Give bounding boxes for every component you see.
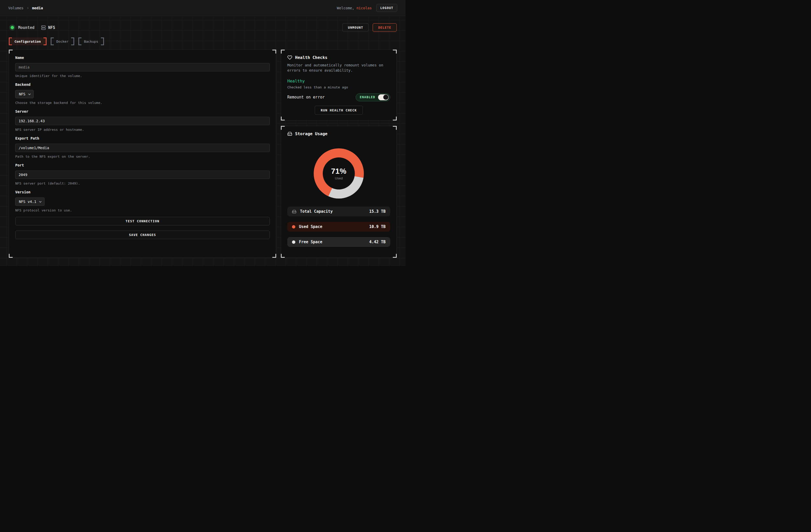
port-label: Port: [15, 163, 270, 167]
chevron-down-icon: [28, 93, 31, 95]
server-input[interactable]: [15, 117, 270, 125]
corner-bracket: [272, 50, 276, 53]
welcome-prefix: Welcome,: [337, 6, 354, 10]
heart-icon: [287, 55, 292, 60]
form-buttons: TEST CONNECTION SAVE CHANGES: [15, 217, 270, 239]
backend-select[interactable]: NFS: [15, 90, 34, 98]
right-column: Health Checks Monitor and automatically …: [281, 50, 397, 258]
tab-backups[interactable]: Backups: [78, 37, 104, 45]
status-row: Mounted NFS UNMOUNT DELETE: [9, 23, 397, 32]
donut-center-label: Used: [335, 176, 343, 180]
corner-bracket: [281, 116, 285, 121]
health-title: Health Checks: [295, 55, 327, 60]
donut-center: 71% Used: [323, 157, 355, 189]
mounted-status-dot: [11, 26, 14, 29]
name-label: Name: [15, 56, 270, 60]
export-path-input[interactable]: [15, 144, 270, 152]
name-input[interactable]: [15, 63, 270, 71]
export-path-field-group: Export Path Path to the NFS export on th…: [15, 136, 270, 158]
donut-wrap: 71% Used: [287, 148, 390, 199]
version-select-value: NFS v4.1: [19, 200, 36, 204]
corner-bracket: [393, 50, 397, 53]
health-checks-card: Health Checks Monitor and automatically …: [281, 50, 397, 121]
page-background: Mounted NFS UNMOUNT DELETE Configuration…: [0, 16, 406, 266]
hard-drive-icon: [292, 209, 296, 214]
breadcrumb-separator: ›: [27, 6, 29, 10]
mount-status-label: Mounted: [18, 25, 34, 30]
corner-bracket: [281, 254, 285, 258]
storage-title: Storage Usage: [295, 131, 327, 136]
name-help: Unique identifier for the volume.: [15, 74, 270, 78]
remount-on-error-label: Remount on error: [287, 95, 325, 99]
breadcrumb-current: media: [32, 6, 43, 10]
port-input[interactable]: [15, 171, 270, 179]
stat-value: 10.9 TB: [369, 224, 386, 229]
run-health-check-button[interactable]: RUN HEALTH CHECK: [315, 106, 363, 115]
toggle-knob: [383, 95, 388, 100]
toggle-switch[interactable]: [378, 94, 389, 100]
version-help: NFS protocol version to use.: [15, 208, 270, 212]
backend-select-value: NFS: [19, 92, 25, 96]
used-space-dot: [292, 225, 295, 229]
export-path-label: Export Path: [15, 136, 270, 140]
tab-configuration[interactable]: Configuration: [9, 37, 47, 45]
health-last-checked: Checked less than a minute ago: [287, 85, 390, 89]
save-changes-button[interactable]: SAVE CHANGES: [15, 231, 270, 239]
run-check-row: RUN HEALTH CHECK: [287, 106, 390, 115]
corner-bracket: [9, 50, 13, 53]
topbar: Volumes › media Welcome, nicolas LOGOUT: [0, 0, 406, 16]
backend-badge-label: NFS: [48, 25, 55, 30]
stat-value: 15.3 TB: [369, 209, 386, 214]
welcome-text: Welcome, nicolas: [337, 6, 372, 10]
server-field-group: Server NFS server IP address or hostname…: [15, 109, 270, 131]
logout-button[interactable]: LOGOUT: [376, 4, 397, 12]
server-label: Server: [15, 109, 270, 113]
corner-bracket: [393, 126, 397, 130]
server-icon: [41, 25, 46, 30]
health-description: Monitor and automatically remount volume…: [287, 63, 390, 73]
breadcrumb: Volumes › media: [8, 6, 43, 10]
storage-stats: Total Capacity 15.3 TB Used Space 10.9 T…: [287, 206, 390, 247]
backend-help: Choose the storage backend for this volu…: [15, 101, 270, 105]
stat-row-used-space: Used Space 10.9 TB: [287, 222, 390, 232]
delete-button[interactable]: DELETE: [373, 23, 397, 32]
stat-label: Free Space: [299, 240, 322, 244]
export-path-help: Path to the NFS export on the server.: [15, 155, 270, 158]
status-actions: UNMOUNT DELETE: [342, 23, 397, 32]
port-field-group: Port NFS server port (default: 2049).: [15, 163, 270, 185]
remount-row: Remount on error ENABLED: [287, 93, 390, 101]
tab-bar: Configuration Docker Backups: [9, 37, 397, 45]
stat-label: Total Capacity: [300, 209, 333, 214]
remount-toggle[interactable]: ENABLED: [356, 93, 390, 101]
corner-bracket: [9, 254, 13, 258]
tab-docker[interactable]: Docker: [51, 37, 74, 45]
hard-drive-icon: [287, 131, 292, 136]
version-select[interactable]: NFS v4.1: [15, 198, 45, 206]
usage-donut-chart: 71% Used: [314, 148, 364, 199]
stat-row-free-space: Free Space 4.42 TB: [287, 237, 390, 247]
storage-title-row: Storage Usage: [287, 131, 390, 136]
corner-bracket: [281, 50, 285, 53]
version-field-group: Version NFS v4.1 NFS protocol version to…: [15, 190, 270, 212]
storage-usage-card: Storage Usage 71% Used: [281, 126, 397, 258]
backend-badge: NFS: [41, 25, 55, 30]
backend-field-group: Backend NFS Choose the storage backend f…: [15, 82, 270, 105]
test-connection-button[interactable]: TEST CONNECTION: [15, 217, 270, 225]
version-label: Version: [15, 190, 270, 194]
server-help: NFS server IP address or hostname.: [15, 128, 270, 131]
stat-row-total-capacity: Total Capacity 15.3 TB: [287, 206, 390, 216]
corner-bracket: [393, 116, 397, 121]
stat-label: Used Space: [299, 224, 322, 229]
backend-label: Backend: [15, 82, 270, 87]
name-field-group: Name Unique identifier for the volume.: [15, 56, 270, 78]
chevron-down-icon: [39, 200, 42, 203]
username: nicolas: [356, 6, 372, 10]
content-row: Name Unique identifier for the volume. B…: [9, 50, 397, 258]
port-help: NFS server port (default: 2049).: [15, 182, 270, 185]
health-title-row: Health Checks: [287, 55, 390, 60]
configuration-panel: Name Unique identifier for the volume. B…: [9, 50, 276, 258]
corner-bracket: [393, 254, 397, 258]
unmount-button[interactable]: UNMOUNT: [342, 23, 368, 32]
topbar-right: Welcome, nicolas LOGOUT: [337, 4, 397, 12]
breadcrumb-volumes-link[interactable]: Volumes: [8, 6, 24, 10]
